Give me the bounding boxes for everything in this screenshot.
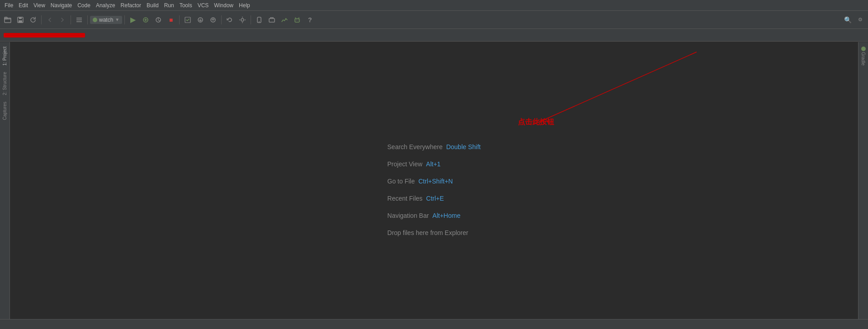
forward-button[interactable] [57, 14, 68, 26]
hint-recent-files-shortcut: Ctrl+E [426, 195, 444, 202]
vcs-commit-button[interactable] [207, 14, 219, 26]
right-sidebar: Gradle [858, 42, 868, 319]
sync-button[interactable] [27, 14, 39, 26]
structure-tab-label: 2: Structure [2, 72, 7, 95]
svg-rect-16 [269, 19, 275, 22]
main-content: Search Everywhere Double Shift Project V… [10, 42, 858, 319]
hint-go-to-file: Go to File Ctrl+Shift+N [387, 178, 480, 185]
nav-bar [0, 29, 868, 42]
toolbar: watch ▼ ▶ ■ ? 🔍 ⚙ [0, 11, 868, 29]
hint-project-view-label: Project View [387, 160, 422, 168]
watch-dropdown[interactable]: watch ▼ [90, 16, 122, 24]
captures-tab-label: Captures [2, 102, 7, 120]
hint-go-to-file-label: Go to File [387, 178, 415, 185]
menu-build[interactable]: Build [144, 1, 161, 9]
svg-rect-4 [19, 20, 22, 23]
menu-window[interactable]: Window [211, 1, 236, 9]
gradle-tab-label: Gradle [861, 52, 866, 66]
sidebar-tab-captures[interactable]: Captures [1, 99, 8, 123]
hint-navigation-bar-label: Navigation Bar [387, 212, 429, 219]
menu-bar: File Edit View Navigate Code Analyze Ref… [0, 0, 868, 11]
menu-navigate[interactable]: Navigate [48, 1, 75, 9]
hint-project-view: Project View Alt+1 [387, 160, 480, 168]
save-button[interactable] [14, 14, 26, 26]
menu-code[interactable]: Code [75, 1, 93, 9]
hint-search-everywhere-shortcut: Double Shift [446, 143, 480, 150]
hint-go-to-file-shortcut: Ctrl+Shift+N [418, 178, 453, 185]
coverage-button[interactable] [182, 14, 194, 26]
run-button[interactable]: ▶ [127, 14, 139, 26]
hint-drop-files-label: Drop files here from Explorer [387, 229, 468, 236]
vcs-update-button[interactable] [194, 14, 206, 26]
hint-search-everywhere-label: Search Everywhere [387, 143, 442, 150]
svg-point-18 [296, 19, 297, 20]
sdk-button[interactable] [266, 14, 278, 26]
menu-vcs[interactable]: VCS [195, 1, 212, 9]
hint-drop-files: Drop files here from Explorer [387, 229, 480, 236]
sidebar-tab-structure[interactable]: 2: Structure [1, 69, 8, 98]
hint-recent-files-label: Recent Files [387, 195, 422, 202]
hint-project-view-shortcut: Alt+1 [426, 160, 441, 168]
toolbar-sep-3 [87, 15, 88, 24]
structure-button[interactable] [73, 14, 85, 26]
menu-refactor[interactable]: Refactor [118, 1, 144, 9]
sidebar-tab-project[interactable]: 1: Project [1, 44, 8, 68]
toolbar-sep-2 [71, 15, 71, 24]
right-tab-gradle[interactable]: Gradle [860, 44, 867, 68]
android-button[interactable] [291, 14, 303, 26]
watch-chevron: ▼ [115, 17, 119, 22]
toolbar-sep-7 [251, 15, 251, 24]
menu-edit[interactable]: Edit [16, 1, 31, 9]
menu-help[interactable]: Help [236, 1, 253, 9]
avd-button[interactable] [253, 14, 265, 26]
svg-rect-17 [295, 19, 299, 22]
left-sidebar: 1: Project 2: Structure Captures [0, 42, 10, 319]
settings-button[interactable]: ⚙ [854, 14, 866, 26]
help-button[interactable]: ? [304, 14, 316, 26]
toolbar-sep-4 [124, 15, 125, 24]
menu-analyze[interactable]: Analyze [93, 1, 118, 9]
profiler-button[interactable] [279, 14, 290, 26]
hint-container: Search Everywhere Double Shift Project V… [387, 143, 480, 236]
hint-search-everywhere: Search Everywhere Double Shift [387, 143, 480, 150]
svg-rect-3 [19, 17, 22, 19]
hint-recent-files: Recent Files Ctrl+E [387, 195, 480, 202]
tools-button[interactable] [237, 14, 248, 26]
svg-point-19 [298, 19, 299, 20]
toolbar-sep-6 [221, 15, 222, 24]
debug-button[interactable] [140, 14, 152, 26]
svg-point-13 [241, 19, 244, 21]
nav-path-redacted [4, 33, 85, 38]
menu-view[interactable]: View [31, 1, 48, 9]
hint-navigation-bar-shortcut: Alt+Home [432, 212, 460, 219]
search-everywhere-button[interactable]: 🔍 [842, 14, 854, 26]
open-folder-button[interactable] [2, 14, 14, 26]
watch-indicator [93, 18, 97, 22]
back-button[interactable] [44, 14, 56, 26]
hint-navigation-bar: Navigation Bar Alt+Home [387, 212, 480, 219]
menu-run[interactable]: Run [161, 1, 177, 9]
status-bar [0, 319, 868, 329]
undo-button[interactable] [224, 14, 236, 26]
watch-label: watch [99, 17, 113, 23]
stop-button[interactable]: ■ [165, 14, 177, 26]
menu-file[interactable]: File [2, 1, 16, 9]
gradle-icon [861, 47, 866, 51]
profile-button[interactable] [152, 14, 164, 26]
toolbar-sep-5 [179, 15, 180, 24]
project-tab-label: 1: Project [2, 47, 7, 66]
svg-point-15 [259, 21, 260, 22]
toolbar-sep-1 [41, 15, 42, 24]
menu-tools[interactable]: Tools [177, 1, 195, 9]
